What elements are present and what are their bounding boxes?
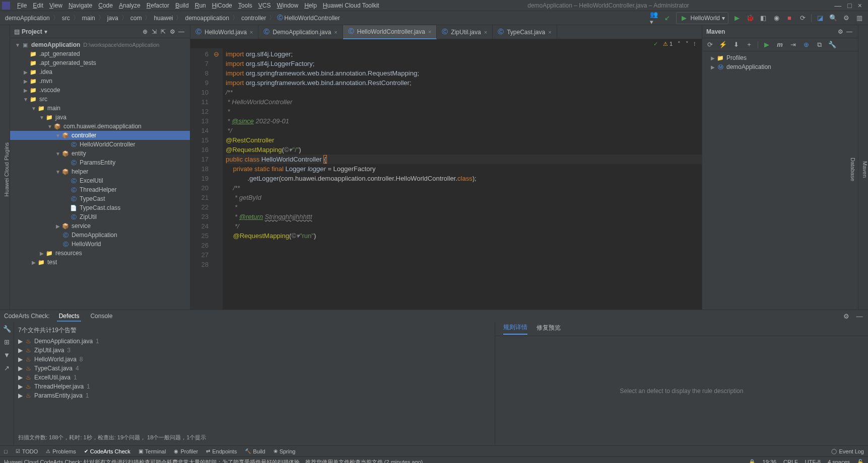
right-strip-tab[interactable]: Database [850,158,856,181]
tool-window-button[interactable]: ❀Spring [274,448,296,454]
detail-tab[interactable]: 修复预览 [537,324,561,334]
maven-wrench-icon[interactable]: 🔧 [828,40,837,49]
menu-refactor[interactable]: Refactor [144,2,172,9]
tool-window-button[interactable]: ⚠Problems [46,448,76,454]
tree-item[interactable]: ⒸExcelUtil [10,176,190,185]
breadcrumb-item[interactable]: HelloWorldController [283,15,341,22]
menu-window[interactable]: Window [274,2,301,9]
breadcrumb-item[interactable]: demoapplication [184,15,230,22]
breadcrumb-item[interactable]: src [61,15,71,22]
tree-item[interactable]: ⒸHelloWorld [10,240,190,249]
settings-icon[interactable]: ⚙ [842,14,851,23]
line-separator[interactable]: CRLF [783,459,798,463]
maximize-icon[interactable]: □ [847,2,851,10]
hide-icon[interactable]: — [855,312,864,321]
grid-icon[interactable]: ⊞ [3,337,12,346]
maven-tree[interactable]: ▶📁Profiles▶ⓂdemoApplication [702,51,858,73]
profile-button[interactable]: ◉ [772,14,781,23]
breadcrumb-item[interactable]: main [81,15,96,22]
menu-code[interactable]: Code [95,2,116,9]
sync-icon[interactable]: ↙ [663,14,672,23]
maven-run-icon[interactable]: ▶ [762,40,771,49]
inspection-warning-count[interactable]: ⚠ 1 [663,41,673,47]
close-tab-icon[interactable]: × [484,29,487,35]
inspection-more-icon[interactable]: ⁝ [694,41,696,47]
detail-tab[interactable]: 规则详情 [503,323,527,335]
editor-tab[interactable]: ⒸHelloWorldController.java× [343,25,437,39]
menu-hicode[interactable]: HiCode [209,2,235,9]
download-icon[interactable]: ⬇ [731,40,741,49]
gear-icon[interactable]: ⚙ [842,312,851,321]
defect-file-item[interactable]: ▶♨DemoApplication.java1 [14,337,495,346]
file-encoding[interactable]: UTF-8 [805,459,821,463]
tree-root[interactable]: ▼▣demoApplicationD:\workspace\demoApplic… [10,40,190,49]
project-tree[interactable]: ▼▣demoApplicationD:\workspace\demoApplic… [10,38,190,310]
inspection-check-icon[interactable]: ✓ [653,41,658,47]
menu-tools[interactable]: Tools [235,2,255,9]
inspection-down-icon[interactable]: ˅ [686,41,689,47]
add-icon[interactable]: + [745,40,754,49]
maven-m-icon[interactable]: m [775,40,784,49]
inspection-up-icon[interactable]: ˄ [678,41,681,47]
editor-tab[interactable]: ⒸZipUtil.java× [437,25,493,39]
defect-file-item[interactable]: ▶♨HelloWorld.java8 [14,355,495,364]
generate-icon[interactable]: ⚡ [718,40,727,49]
codearts-tab[interactable]: Console [88,312,114,321]
expand-icon[interactable]: ⇲ [150,27,159,36]
breadcrumb-item[interactable]: demoApplication [4,15,51,22]
indent-setting[interactable]: 4 spaces [828,459,850,463]
tree-item[interactable]: 📁.apt_generated [10,49,190,58]
export-icon[interactable]: ↗ [3,363,12,372]
defect-file-item[interactable]: ▶♨ZipUtil.java3 [14,346,495,355]
breadcrumb-item[interactable]: java [106,15,119,22]
codearts-tab[interactable]: Defects [57,312,82,322]
menu-help[interactable]: Help [301,2,320,9]
coverage-button[interactable]: ◧ [759,14,768,23]
tool-window-button[interactable]: ◉Profiler [174,448,198,454]
hammer-icon[interactable]: ▥ [855,14,864,23]
close-tab-icon[interactable]: × [548,29,551,35]
readonly-icon[interactable]: 🔓 [857,459,864,463]
tool-window-button[interactable]: 🔨Build [245,448,265,454]
maven-deps-icon[interactable]: ⧉ [815,40,824,49]
maven-offline-icon[interactable]: ⊕ [802,40,811,49]
tree-item[interactable]: ⒸHelloWorldController [10,140,190,149]
tree-item[interactable]: ▶📁test [10,258,190,267]
tree-item[interactable]: ▶📁.vscode [10,86,190,95]
tool-window-quick-icon[interactable]: □ [4,448,8,454]
maven-skip-icon[interactable]: ⇥ [788,40,797,49]
tree-item[interactable]: ▼📦controller [10,131,190,140]
collapse-icon[interactable]: ⇱ [159,27,168,36]
tree-item[interactable]: ▶📁.mvn [10,76,190,86]
breadcrumb-item[interactable]: com [129,15,143,22]
right-strip-tab[interactable]: Maven [862,161,868,178]
search-icon[interactable]: 🔍 [829,14,838,23]
hide-icon[interactable]: — [845,27,854,36]
menu-analyze[interactable]: Analyze [116,2,144,9]
tool-window-button[interactable]: ⇄Endpoints [206,448,237,454]
project-panel-title[interactable]: Project [22,28,42,35]
maven-tree-item[interactable]: ▶ⓂdemoApplication [702,62,858,71]
lock-icon[interactable]: 🔒 [749,459,756,463]
tree-item[interactable]: ▶📁resources [10,249,190,258]
menu-view[interactable]: View [46,2,65,9]
stop-button[interactable]: ■ [785,14,794,23]
editor-tab[interactable]: ⒸTypeCast.java× [493,25,557,39]
run-config-selector[interactable]: ▶ HelloWorld ▾ [676,12,728,24]
close-icon[interactable]: × [858,2,862,10]
vcs-update-icon[interactable]: ⟳ [798,14,807,23]
tool-window-button[interactable]: ✔CodeArts Check [84,448,130,454]
users-icon[interactable]: 👥▾ [650,14,659,23]
tree-item[interactable]: ▼📁main [10,104,190,113]
close-tab-icon[interactable]: × [428,29,431,35]
defect-file-item[interactable]: ▶♨ExcelUtil.java1 [14,373,495,382]
menu-vcs[interactable]: VCS [255,2,274,9]
menu-edit[interactable]: Edit [30,2,46,9]
menu-huawei-cloud-toolkit[interactable]: Huawei Cloud Toolkit [320,2,382,9]
run-button[interactable]: ▶ [732,14,742,23]
tree-item[interactable]: ▼📦com.huawei.demoapplication [10,122,190,131]
tree-item[interactable]: ⒸDemoApplication [10,230,190,240]
defects-list[interactable]: 7个文件共计19个告警 ▶♨DemoApplication.java1▶♨Zip… [14,322,495,445]
filter-icon[interactable]: ▼ [3,350,12,359]
menu-navigate[interactable]: Navigate [65,2,95,9]
